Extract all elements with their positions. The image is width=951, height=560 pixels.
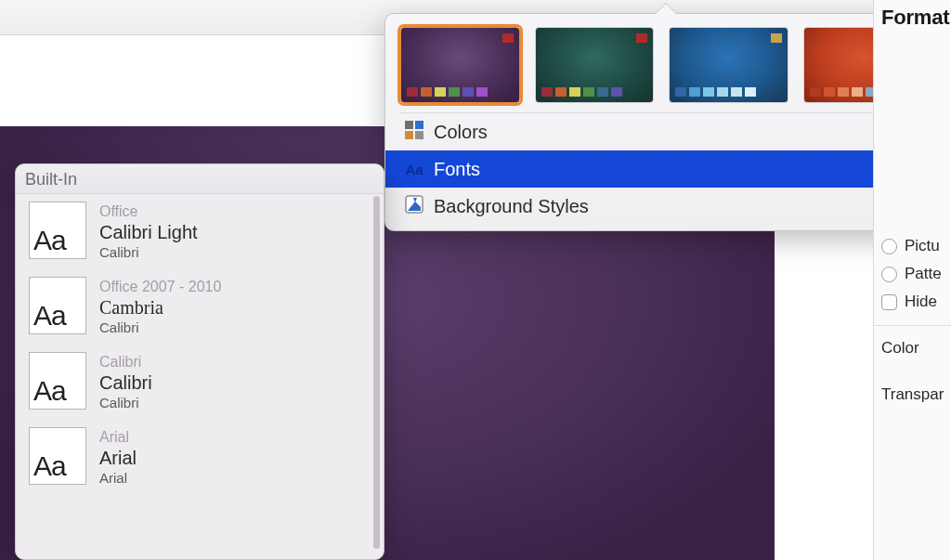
fill-picture-label: Pictu: [905, 237, 940, 255]
divider: [874, 325, 951, 326]
radio-icon: [881, 239, 897, 254]
svg-rect-0: [405, 121, 413, 129]
theme-accent-chip: [502, 33, 514, 43]
font-theme-item[interactable]: AaOffice 2007 - 2010CambriaCalibri: [16, 269, 384, 345]
svg-rect-3: [415, 131, 423, 139]
font-swatch: Aa: [29, 277, 86, 334]
theme-thumbnail-row: [400, 27, 922, 103]
font-heading-name: Cambria: [99, 297, 221, 319]
font-caption: Office: [99, 203, 198, 220]
font-heading-name: Calibri Light: [99, 222, 198, 243]
menu-colors[interactable]: Colors: [400, 113, 922, 150]
format-background-panel: Format Pictu Patte Hide Color Transpar: [873, 0, 951, 560]
scrollbar[interactable]: [373, 196, 380, 549]
transparency-label: Transpar: [874, 380, 951, 410]
font-body-name: Calibri: [99, 395, 152, 410]
hide-bg-label: Hide: [905, 293, 937, 311]
menu-bgstyles-label: Background Styles: [434, 196, 589, 217]
fonts-icon: Aa: [404, 162, 424, 177]
font-swatch: Aa: [29, 202, 86, 259]
font-theme-item[interactable]: AaCalibriCalibriCalibri: [16, 345, 384, 420]
svg-rect-2: [405, 131, 413, 139]
background-styles-icon: [404, 194, 424, 219]
theme-color-chips: [675, 87, 756, 97]
font-theme-item[interactable]: AaArialArialArial: [16, 420, 384, 495]
theme-variants-popover: Colors Aa Fonts Background Styles: [384, 13, 938, 231]
theme-accent-chip: [636, 33, 647, 43]
format-panel-title: Format: [874, 4, 951, 39]
theme-thumbnail[interactable]: [669, 27, 788, 103]
font-body-name: Arial: [99, 470, 137, 486]
menu-fonts-label: Fonts: [434, 159, 480, 180]
fill-picture-radio-row[interactable]: Pictu: [874, 232, 951, 260]
fonts-list[interactable]: AaOfficeCalibri LightCalibriAaOffice 200…: [16, 194, 384, 557]
checkbox-icon: [881, 294, 897, 310]
colors-icon: [404, 120, 424, 145]
theme-popover-menu: Colors Aa Fonts Background Styles: [400, 112, 922, 225]
fonts-theme-panel: Built-In AaOfficeCalibri LightCalibriAaO…: [15, 163, 384, 560]
fonts-panel-header: Built-In: [16, 164, 384, 194]
menu-fonts[interactable]: Aa Fonts: [385, 150, 937, 188]
font-body-name: Calibri: [99, 244, 198, 260]
fill-pattern-label: Patte: [905, 265, 942, 283]
theme-thumbnail[interactable]: [400, 27, 520, 103]
radio-icon: [881, 267, 897, 282]
theme-thumbnail[interactable]: [535, 27, 655, 103]
font-swatch: Aa: [29, 352, 86, 410]
font-heading-name: Calibri: [99, 372, 152, 394]
font-theme-item[interactable]: AaOfficeCalibri LightCalibri: [16, 194, 384, 269]
font-heading-name: Arial: [99, 448, 137, 469]
theme-accent-chip: [771, 33, 782, 43]
menu-colors-label: Colors: [434, 122, 488, 143]
hide-bg-checkbox-row[interactable]: Hide: [874, 288, 951, 316]
theme-color-chips: [407, 87, 488, 97]
font-body-name: Calibri: [99, 319, 221, 335]
color-label: Color: [874, 333, 951, 363]
menu-background-styles[interactable]: Background Styles: [400, 188, 922, 225]
font-caption: Office 2007 - 2010: [99, 279, 221, 295]
theme-color-chips: [541, 87, 622, 97]
svg-rect-1: [415, 121, 423, 129]
font-caption: Calibri: [99, 354, 152, 371]
font-swatch: Aa: [29, 427, 86, 485]
fill-pattern-radio-row[interactable]: Patte: [874, 260, 951, 288]
font-caption: Arial: [99, 429, 137, 446]
